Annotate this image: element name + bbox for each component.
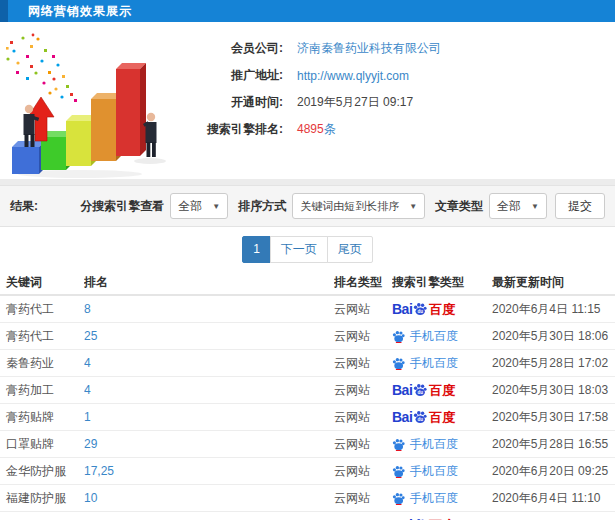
sort-label: 排序方式 bbox=[238, 198, 286, 215]
growth-chart-illustration bbox=[0, 29, 175, 179]
article-type-label: 文章类型 bbox=[435, 198, 483, 215]
chevron-down-icon: ▼ bbox=[212, 202, 220, 211]
header-engine-type: 搜索引擎类型 bbox=[392, 274, 492, 291]
rank-link[interactable]: 17,25 bbox=[84, 464, 334, 478]
updated-cell: 2020年5月30日 18:03 bbox=[492, 382, 615, 399]
engine-cell: Baidu百度 bbox=[392, 302, 492, 316]
table-row: 膏药代工8云网站Baidu百度2020年6月4日 11:15 bbox=[0, 296, 615, 323]
rank-link[interactable]: 10 bbox=[84, 491, 334, 505]
svg-text:du: du bbox=[418, 309, 424, 314]
rank-link[interactable]: 8 bbox=[84, 302, 334, 316]
baidu-bai-text: Bai bbox=[392, 410, 412, 424]
baidu-paw-icon bbox=[392, 330, 405, 343]
baidu-mobile-text: 手机百度 bbox=[410, 357, 458, 369]
open-time-row: 开通时间: 2019年5月27日 09:17 bbox=[175, 89, 441, 116]
baidu-paw-icon bbox=[392, 357, 405, 370]
filter-bar: 结果: 分搜索引擎查看 全部 ▼ 排序方式 关键词由短到长排序 ▼ 文章类型 全… bbox=[0, 185, 615, 227]
last-page-button[interactable]: 尾页 bbox=[327, 236, 373, 263]
open-time-value: 2019年5月27日 09:17 bbox=[297, 94, 413, 111]
engine-cell: Baidu百度 bbox=[392, 383, 492, 397]
engine-rank-label: 搜索引擎排名: bbox=[175, 121, 283, 138]
rank-type-cell: 云网站 bbox=[334, 490, 392, 507]
table-row: 口罩贴牌29云网站手机百度2020年5月28日 16:55 bbox=[0, 431, 615, 458]
titlebar-accent bbox=[0, 0, 8, 22]
result-label: 结果: bbox=[10, 198, 38, 215]
keyword-cell: 秦鲁药业 bbox=[0, 355, 84, 372]
baidu-paw-icon: du bbox=[413, 383, 427, 397]
table-row: 秦鲁药业4云网站手机百度2020年5月28日 17:02 bbox=[0, 350, 615, 377]
page-1-button[interactable]: 1 bbox=[242, 236, 271, 263]
engine-view-select[interactable]: 全部 ▼ bbox=[170, 193, 228, 219]
baidu-mobile-text: 手机百度 bbox=[410, 492, 458, 504]
baidu-pc-logo: Baidu百度 bbox=[392, 410, 455, 424]
svg-text:du: du bbox=[418, 417, 424, 422]
header-keyword: 关键词 bbox=[0, 274, 84, 291]
rank-link[interactable]: 29 bbox=[84, 437, 334, 451]
pagination: 1 下一页 尾页 bbox=[0, 227, 615, 271]
baidu-paw-icon bbox=[392, 438, 405, 451]
promo-url-link[interactable]: http://www.qlyyjt.com bbox=[297, 69, 409, 83]
baidu-cn-text: 百度 bbox=[429, 384, 455, 397]
updated-cell: 2020年5月30日 17:58 bbox=[492, 409, 615, 426]
table-row: 膏药代工25云网站手机百度2020年5月30日 18:06 bbox=[0, 323, 615, 350]
baidu-pc-logo: Baidu百度 bbox=[392, 383, 455, 397]
baidu-cn-text: 百度 bbox=[429, 303, 455, 316]
baidu-mobile-logo: 手机百度 bbox=[392, 465, 458, 478]
table-row: 膏药贴牌1云网站Baidu百度2020年5月30日 17:58 bbox=[0, 404, 615, 431]
baidu-cn-text: 百度 bbox=[429, 411, 455, 424]
table-row: 福建防护服10云网站手机百度2020年6月4日 11:10 bbox=[0, 485, 615, 512]
engine-cell: 手机百度 bbox=[392, 492, 492, 505]
keyword-cell: 福建防护服 bbox=[0, 490, 84, 507]
keyword-cell: 膏药代工 bbox=[0, 328, 84, 345]
engine-cell: Baidu百度 bbox=[392, 512, 492, 520]
submit-button[interactable]: 提交 bbox=[555, 193, 605, 219]
updated-cell: 2020年5月28日 17:02 bbox=[492, 355, 615, 372]
table-row: 膏药加工4云网站Baidu百度2020年5月30日 18:03 bbox=[0, 377, 615, 404]
bar-red bbox=[116, 63, 146, 156]
keyword-cell: 口罩贴牌 bbox=[0, 436, 84, 453]
engine-cell: Baidu百度 bbox=[392, 410, 492, 424]
keyword-cell: 金华防护服 bbox=[0, 463, 84, 480]
header-rank: 排名 bbox=[84, 274, 334, 291]
article-type-select[interactable]: 全部 ▼ bbox=[489, 193, 547, 219]
rank-type-cell: 云网站 bbox=[334, 301, 392, 318]
baidu-mobile-logo: 手机百度 bbox=[392, 438, 458, 451]
engine-cell: 手机百度 bbox=[392, 330, 492, 343]
rank-type-cell: 云网站 bbox=[334, 409, 392, 426]
baidu-paw-icon: du bbox=[413, 410, 427, 424]
baidu-mobile-logo: 手机百度 bbox=[392, 492, 458, 505]
rank-link[interactable]: 1 bbox=[84, 410, 334, 424]
next-page-button[interactable]: 下一页 bbox=[270, 236, 328, 263]
table-row: 金华防护服17,25云网站手机百度2020年6月20日 09:25 bbox=[0, 458, 615, 485]
keyword-cell: 膏药加工 bbox=[0, 382, 84, 399]
profile-section: 会员公司: 济南秦鲁药业科技有限公司 推广地址: http://www.qlyy… bbox=[0, 22, 615, 179]
baidu-paw-icon: du bbox=[413, 302, 427, 316]
rank-link[interactable]: 25 bbox=[84, 329, 334, 343]
updated-cell: 2020年6月4日 11:15 bbox=[492, 301, 615, 318]
updated-cell: 2020年5月30日 18:06 bbox=[492, 328, 615, 345]
chevron-down-icon: ▼ bbox=[409, 202, 417, 211]
updated-cell: 2020年6月20日 09:25 bbox=[492, 463, 615, 480]
engine-view-label: 分搜索引擎查看 bbox=[80, 198, 164, 215]
open-time-label: 开通时间: bbox=[175, 94, 283, 111]
rank-unit: 条 bbox=[324, 122, 336, 136]
baidu-mobile-text: 手机百度 bbox=[410, 330, 458, 342]
engine-cell: 手机百度 bbox=[392, 465, 492, 478]
rank-link[interactable]: 4 bbox=[84, 383, 334, 397]
baidu-pc-logo: Baidu百度 bbox=[392, 302, 455, 316]
rank-link[interactable]: 4 bbox=[84, 356, 334, 370]
member-company-link[interactable]: 济南秦鲁药业科技有限公司 bbox=[297, 40, 441, 57]
table-header-row: 关键词 排名 排名类型 搜索引擎类型 最新更新时间 bbox=[0, 271, 615, 296]
header-rank-type: 排名类型 bbox=[334, 274, 392, 291]
keyword-cell: 膏药代工 bbox=[0, 301, 84, 318]
baidu-mobile-text: 手机百度 bbox=[410, 438, 458, 450]
member-company-row: 会员公司: 济南秦鲁药业科技有限公司 bbox=[175, 35, 441, 62]
engine-rank-row: 搜索引擎排名: 4895条 bbox=[175, 116, 441, 143]
rank-count: 4895 bbox=[297, 122, 324, 136]
baidu-bai-text: Bai bbox=[392, 383, 412, 397]
titlebar: 网络营销效果展示 bbox=[0, 0, 615, 22]
rank-type-cell: 云网站 bbox=[334, 355, 392, 372]
rank-type-cell: 云网站 bbox=[334, 436, 392, 453]
sort-select[interactable]: 关键词由短到长排序 ▼ bbox=[292, 193, 425, 219]
header-updated: 最新更新时间 bbox=[492, 274, 615, 291]
